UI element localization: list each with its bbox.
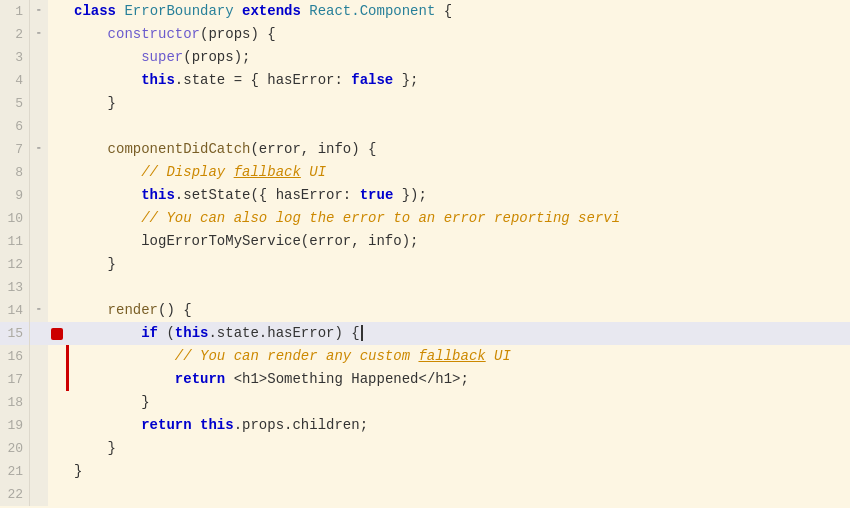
- code-line-17: 17 return <h1>Something Happened</h1>;: [0, 368, 850, 391]
- fold-14[interactable]: ⁃: [30, 299, 48, 322]
- code-text-6: [70, 115, 850, 138]
- line-number-18: 18: [0, 391, 30, 414]
- code-line-20: 20 }: [0, 437, 850, 460]
- fold-17: [30, 368, 48, 391]
- code-text-3: super(props);: [70, 46, 850, 69]
- breakpoint-6[interactable]: [48, 115, 66, 138]
- code-line-15: 15 if (this.state.hasError) {: [0, 322, 850, 345]
- code-text-10: // You can also log the error to an erro…: [70, 207, 850, 230]
- breakpoint-10[interactable]: [48, 207, 66, 230]
- line-number-19: 19: [0, 414, 30, 437]
- code-text-18: }: [70, 391, 850, 414]
- breakpoint-8[interactable]: [48, 161, 66, 184]
- breakpoint-22[interactable]: [48, 483, 66, 506]
- code-line-10: 10 // You can also log the error to an e…: [0, 207, 850, 230]
- fold-13: [30, 276, 48, 299]
- line-number-14: 14: [0, 299, 30, 322]
- breakpoint-21[interactable]: [48, 460, 66, 483]
- code-text-12: }: [70, 253, 850, 276]
- line-number-17: 17: [0, 368, 30, 391]
- breakpoint-1[interactable]: [48, 0, 66, 23]
- fold-7[interactable]: ⁃: [30, 138, 48, 161]
- code-text-8: // Display fallback UI: [70, 161, 850, 184]
- breakpoint-4[interactable]: [48, 69, 66, 92]
- breakpoint-5[interactable]: [48, 92, 66, 115]
- breakpoint-2[interactable]: [48, 23, 66, 46]
- fold-18: [30, 391, 48, 414]
- code-line-7: 7 ⁃ componentDidCatch(error, info) {: [0, 138, 850, 161]
- code-text-22: [70, 483, 850, 506]
- fold-2[interactable]: ⁃: [30, 23, 48, 46]
- breakpoint-19[interactable]: [48, 414, 66, 437]
- code-line-14: 14 ⁃ render() {: [0, 299, 850, 322]
- line-number-22: 22: [0, 483, 30, 506]
- breakpoint-12[interactable]: [48, 253, 66, 276]
- fold-5: [30, 92, 48, 115]
- text-cursor: [361, 325, 363, 341]
- fold-3: [30, 46, 48, 69]
- fold-20: [30, 437, 48, 460]
- line-number-2: 2: [0, 23, 30, 46]
- fold-22: [30, 483, 48, 506]
- code-line-22: 22: [0, 483, 850, 506]
- breakpoint-dot-15: [51, 328, 63, 340]
- breakpoint-11[interactable]: [48, 230, 66, 253]
- code-line-3: 3 super(props);: [0, 46, 850, 69]
- code-line-8: 8 // Display fallback UI: [0, 161, 850, 184]
- code-line-19: 19 return this.props.children;: [0, 414, 850, 437]
- code-text-4: this.state = { hasError: false };: [70, 69, 850, 92]
- line-number-12: 12: [0, 253, 30, 276]
- code-line-16: 16 // You can render any custom fallback…: [0, 345, 850, 368]
- fold-1[interactable]: ⁃: [30, 0, 48, 23]
- code-text-1: class ErrorBoundary extends React.Compon…: [70, 0, 850, 23]
- breakpoint-13[interactable]: [48, 276, 66, 299]
- code-line-1: 1 ⁃ class ErrorBoundary extends React.Co…: [0, 0, 850, 23]
- fold-16: [30, 345, 48, 368]
- line-number-6: 6: [0, 115, 30, 138]
- code-text-7: componentDidCatch(error, info) {: [70, 138, 850, 161]
- code-text-15: if (this.state.hasError) {: [70, 322, 850, 345]
- fold-15: [30, 322, 48, 345]
- code-editor: 1 ⁃ class ErrorBoundary extends React.Co…: [0, 0, 850, 508]
- code-line-2: 2 ⁃ constructor(props) {: [0, 23, 850, 46]
- fold-19: [30, 414, 48, 437]
- code-text-17: return <h1>Something Happened</h1>;: [70, 368, 850, 391]
- fold-9: [30, 184, 48, 207]
- line-number-13: 13: [0, 276, 30, 299]
- line-number-11: 11: [0, 230, 30, 253]
- line-number-5: 5: [0, 92, 30, 115]
- line-number-3: 3: [0, 46, 30, 69]
- code-content: 1 ⁃ class ErrorBoundary extends React.Co…: [0, 0, 850, 508]
- code-text-20: }: [70, 437, 850, 460]
- line-number-10: 10: [0, 207, 30, 230]
- code-line-6: 6: [0, 115, 850, 138]
- line-number-16: 16: [0, 345, 30, 368]
- code-line-9: 9 this.setState({ hasError: true });: [0, 184, 850, 207]
- code-line-5: 5 }: [0, 92, 850, 115]
- breakpoint-9[interactable]: [48, 184, 66, 207]
- fold-8: [30, 161, 48, 184]
- code-text-11: logErrorToMyService(error, info);: [70, 230, 850, 253]
- breakpoint-3[interactable]: [48, 46, 66, 69]
- code-line-4: 4 this.state = { hasError: false };: [0, 69, 850, 92]
- breakpoint-14[interactable]: [48, 299, 66, 322]
- breakpoint-20[interactable]: [48, 437, 66, 460]
- breakpoint-17[interactable]: [48, 368, 66, 391]
- breakpoint-16[interactable]: [48, 345, 66, 368]
- breakpoint-15[interactable]: [48, 322, 66, 345]
- code-text-2: constructor(props) {: [70, 23, 850, 46]
- fold-6: [30, 115, 48, 138]
- line-number-21: 21: [0, 460, 30, 483]
- breakpoint-7[interactable]: [48, 138, 66, 161]
- fold-12: [30, 253, 48, 276]
- code-text-5: }: [70, 92, 850, 115]
- breakpoint-18[interactable]: [48, 391, 66, 414]
- line-number-20: 20: [0, 437, 30, 460]
- line-number-4: 4: [0, 69, 30, 92]
- fold-4: [30, 69, 48, 92]
- code-text-16: // You can render any custom fallback UI: [70, 345, 850, 368]
- line-number-1: 1: [0, 0, 30, 23]
- line-number-9: 9: [0, 184, 30, 207]
- code-text-13: [70, 276, 850, 299]
- line-number-7: 7: [0, 138, 30, 161]
